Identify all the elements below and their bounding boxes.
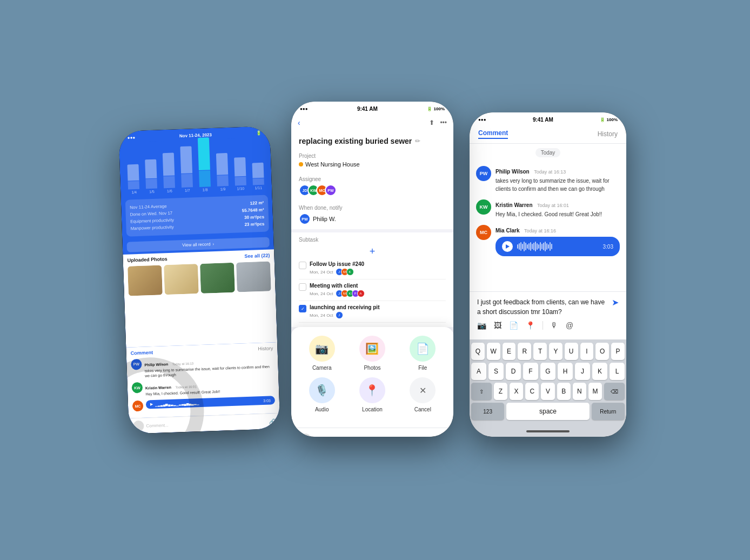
share-icon-center[interactable]: ⬆ bbox=[429, 119, 434, 126]
status-bar-right: ●●● 9:41 AM 🔋 100% bbox=[470, 112, 626, 125]
key-i[interactable]: I bbox=[580, 343, 594, 360]
attachment-icon-left[interactable]: 🔗 bbox=[269, 418, 276, 424]
key-y[interactable]: Y bbox=[549, 343, 562, 360]
bar-3: 1/6 bbox=[160, 152, 178, 193]
key-a[interactable]: A bbox=[471, 363, 486, 380]
nav-bar-center: ‹ ⬆ ••• bbox=[291, 114, 453, 131]
edit-icon[interactable]: ✏ bbox=[415, 137, 420, 145]
action-location[interactable]: 📍 Location bbox=[350, 377, 394, 412]
subtask-info-2: Meeting with client Mon, 24 Oct J M K P … bbox=[310, 283, 446, 297]
key-u[interactable]: U bbox=[565, 343, 578, 360]
action-cancel[interactable]: ✕ Cancel bbox=[401, 377, 445, 412]
bar-top-5 bbox=[198, 137, 210, 170]
notify-avatar: PW bbox=[299, 213, 311, 225]
wb-1 bbox=[517, 244, 518, 249]
play-button-right[interactable] bbox=[502, 241, 513, 252]
key-e[interactable]: E bbox=[503, 343, 516, 360]
photo-1[interactable] bbox=[128, 265, 163, 296]
mention-toolbar-icon[interactable]: @ bbox=[566, 321, 573, 330]
key-g[interactable]: G bbox=[540, 363, 555, 380]
photos-label: Uploaded Photos bbox=[127, 256, 167, 263]
file-toolbar-icon[interactable]: 📄 bbox=[509, 321, 518, 330]
phone-right: ●●● 9:41 AM 🔋 100% Comment History Today… bbox=[470, 112, 626, 437]
action-photos[interactable]: 🖼️ Photos bbox=[350, 336, 394, 371]
notify-person: Philip W. bbox=[313, 216, 336, 222]
comment-body-2-left: Kristin Warren Today at 16:01 Hey Mia, I… bbox=[145, 379, 220, 397]
subtask-meta-1: Mon, 24 Oct J M K bbox=[310, 268, 446, 276]
wb-18 bbox=[545, 242, 546, 251]
key-w[interactable]: W bbox=[487, 343, 500, 360]
input-text-right[interactable]: I just got feedback from clients, can we… bbox=[477, 297, 607, 317]
bar-label-5: 1/8 bbox=[203, 188, 208, 191]
thread-item-3: MC Mia Clark Today at 16:16 bbox=[476, 225, 620, 256]
mic-toolbar-icon[interactable]: 🎙 bbox=[551, 321, 558, 330]
key-b[interactable]: B bbox=[557, 383, 571, 400]
key-n[interactable]: N bbox=[573, 383, 586, 400]
camera-toolbar-icon[interactable]: 📷 bbox=[477, 321, 486, 330]
wb-9 bbox=[530, 242, 531, 251]
location-toolbar-icon[interactable]: 📍 bbox=[526, 321, 535, 330]
attachment-icon-center[interactable]: 🔗 bbox=[438, 436, 447, 437]
subtask-check-2[interactable] bbox=[299, 283, 306, 291]
key-delete[interactable]: ⌫ bbox=[604, 383, 625, 400]
key-j[interactable]: J bbox=[575, 363, 590, 380]
action-audio[interactable]: 🎙️ Audio bbox=[300, 377, 344, 412]
subtask-check-3[interactable]: ✓ bbox=[299, 305, 306, 312]
photo-3[interactable] bbox=[200, 263, 235, 294]
photo-2[interactable] bbox=[164, 264, 199, 295]
key-shift[interactable]: ⇧ bbox=[471, 383, 492, 400]
key-r[interactable]: R bbox=[518, 343, 531, 360]
key-h[interactable]: H bbox=[558, 363, 573, 380]
see-all-label[interactable]: See all (22) bbox=[244, 252, 270, 259]
key-o[interactable]: O bbox=[595, 343, 609, 360]
key-t[interactable]: T bbox=[533, 343, 547, 360]
bar-top-4 bbox=[180, 146, 192, 174]
key-d[interactable]: D bbox=[506, 363, 521, 380]
history-label-left[interactable]: History bbox=[258, 345, 273, 351]
audio-bubble-right[interactable]: 3:03 bbox=[495, 237, 620, 256]
key-v[interactable]: V bbox=[541, 383, 554, 400]
key-l[interactable]: L bbox=[610, 363, 625, 380]
key-123[interactable]: 123 bbox=[471, 403, 504, 420]
signal-icon-right: ●●● bbox=[478, 117, 486, 122]
key-k[interactable]: K bbox=[592, 363, 607, 380]
subtask-check-1[interactable] bbox=[299, 262, 306, 269]
action-file[interactable]: 📄 File bbox=[401, 336, 445, 371]
bar-top-6 bbox=[216, 153, 228, 175]
bar-top-1 bbox=[128, 164, 139, 181]
send-button-right[interactable]: ➤ bbox=[612, 297, 619, 308]
bar-label-6: 1/9 bbox=[220, 187, 225, 191]
subtask-title-1: Follow Up issue #240 bbox=[310, 261, 446, 267]
image-toolbar-icon[interactable]: 🖼 bbox=[494, 321, 501, 330]
key-m[interactable]: M bbox=[588, 383, 602, 400]
tab-history[interactable]: History bbox=[598, 130, 618, 138]
play-icon-left[interactable]: ▶ bbox=[150, 402, 153, 406]
add-subtask-button[interactable]: + bbox=[299, 245, 446, 258]
tab-comment[interactable]: Comment bbox=[478, 129, 508, 139]
comment-header-left: Comment History bbox=[130, 345, 273, 356]
key-p[interactable]: P bbox=[611, 343, 625, 360]
bar-8: 1/11 bbox=[250, 163, 267, 190]
phones-container: ●●● Nov 11-24, 2023 🔋 1/4 bbox=[0, 0, 750, 560]
thread-time-3: Today at 16:16 bbox=[524, 228, 556, 234]
more-icon-center[interactable]: ••• bbox=[440, 119, 447, 126]
bar-2: 1/5 bbox=[143, 159, 160, 194]
key-z[interactable]: Z bbox=[494, 383, 507, 400]
back-button-center[interactable]: ‹ bbox=[298, 118, 300, 127]
key-return[interactable]: Return bbox=[592, 403, 625, 420]
key-space[interactable]: space bbox=[506, 403, 589, 420]
photo-4[interactable] bbox=[236, 261, 271, 292]
key-q[interactable]: Q bbox=[471, 343, 485, 360]
key-s[interactable]: S bbox=[488, 363, 504, 380]
key-f[interactable]: F bbox=[523, 363, 538, 380]
key-c[interactable]: C bbox=[525, 383, 539, 400]
wb-17 bbox=[543, 243, 544, 250]
phone-right-content: ●●● 9:41 AM 🔋 100% Comment History Today… bbox=[470, 112, 626, 437]
photo-img-4 bbox=[236, 261, 271, 292]
audio-message-left[interactable]: ▶ ▁▂▃▄▅▄▃▂▁▂▃▄▅▄▃▂▁ 3:03 bbox=[146, 396, 275, 409]
input-area-right: I just got feedback from clients, can we… bbox=[470, 291, 626, 339]
comment-placeholder-left[interactable]: Comment... bbox=[146, 419, 267, 428]
key-x[interactable]: X bbox=[510, 383, 523, 400]
status-bar-center: ●●● 9:41 AM 🔋 100% bbox=[291, 102, 453, 114]
action-camera[interactable]: 📷 Camera bbox=[300, 336, 344, 371]
